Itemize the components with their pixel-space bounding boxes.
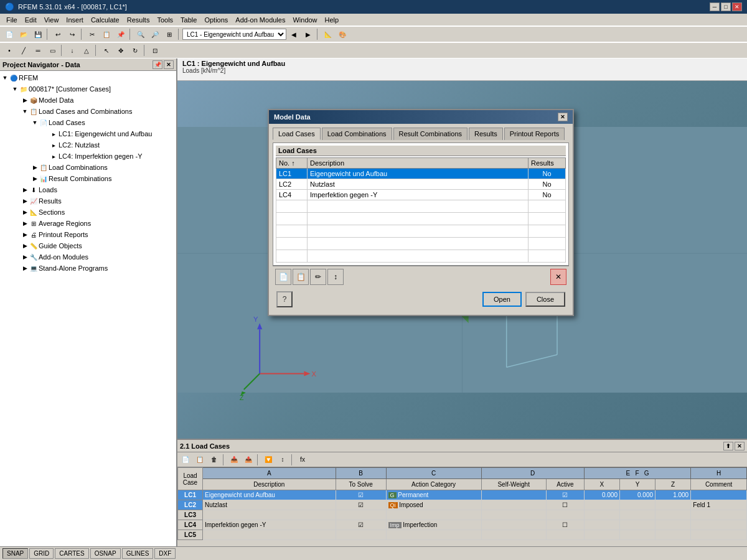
th-results: Results: [529, 158, 566, 169]
modal-tb-move[interactable]: ↕: [327, 269, 344, 285]
modal-dialog: Model Data ✕ Load Cases Load Combination…: [268, 109, 574, 316]
lc1-no: LC1: [276, 169, 308, 179]
modal-close-button[interactable]: ✕: [558, 113, 568, 121]
empty-row-1: [276, 200, 566, 213]
lc1-modal-desc: Eigengewicht und Aufbau: [308, 169, 529, 179]
modal-title-bar: Model Data ✕: [269, 110, 573, 124]
modal-tb-rename[interactable]: ✏: [310, 269, 326, 285]
open-button[interactable]: Open: [482, 292, 522, 307]
tab-load-cases[interactable]: Load Cases: [273, 128, 321, 140]
tab-content: Load Cases No. ↑ Description Results LC1…: [273, 142, 569, 266]
empty-row-3: [276, 225, 566, 238]
lc2-modal-desc: Nutzlast: [308, 179, 529, 190]
lc4-no: LC4: [276, 190, 308, 200]
lc1-results: No: [529, 169, 566, 179]
modal-body: Load Cases Load Combinations Result Comb…: [269, 124, 573, 315]
lc2-results: No: [529, 179, 566, 190]
empty-row-5: [276, 250, 566, 263]
lc2-no: LC2: [276, 179, 308, 190]
modal-toolbar: 📄 📋 ✏ ↕ ✕: [273, 266, 569, 287]
tab-results[interactable]: Results: [469, 128, 503, 140]
modal-tb-copy[interactable]: 📋: [293, 269, 309, 285]
empty-row-2: [276, 213, 566, 225]
th-desc: Description: [308, 158, 529, 169]
th-no: No. ↑: [276, 158, 308, 169]
lc4-modal-desc: Imperfektion gegen -Y: [308, 190, 529, 200]
tab-result-combinations[interactable]: Result Combinations: [393, 128, 468, 140]
modal-row-lc2[interactable]: LC2 Nutzlast No: [276, 179, 566, 190]
help-button[interactable]: ?: [276, 291, 293, 307]
lc4-results: No: [529, 190, 566, 200]
tab-load-combinations[interactable]: Load Combinations: [322, 128, 392, 140]
tab-bar: Load Cases Load Combinations Result Comb…: [273, 128, 569, 140]
section-header: Load Cases: [276, 146, 566, 156]
tab-printout-reports[interactable]: Printout Reports: [504, 128, 565, 140]
modal-controls: ✕: [558, 113, 568, 121]
empty-row-4: [276, 238, 566, 250]
modal-table: No. ↑ Description Results LC1 Eigengewic…: [276, 157, 566, 263]
modal-row-lc1[interactable]: LC1 Eigengewicht und Aufbau No: [276, 169, 566, 179]
modal-overlay: Model Data ✕ Load Cases Load Combination…: [0, 0, 747, 560]
modal-tb-delete[interactable]: ✕: [550, 269, 566, 285]
modal-title-text: Model Data: [274, 113, 311, 121]
modal-tb-new[interactable]: 📄: [275, 269, 291, 285]
modal-row-lc4[interactable]: LC4 Imperfektion gegen -Y No: [276, 190, 566, 200]
close-dialog-button[interactable]: Close: [525, 292, 565, 307]
dialog-buttons: ? Open Close: [273, 287, 569, 311]
